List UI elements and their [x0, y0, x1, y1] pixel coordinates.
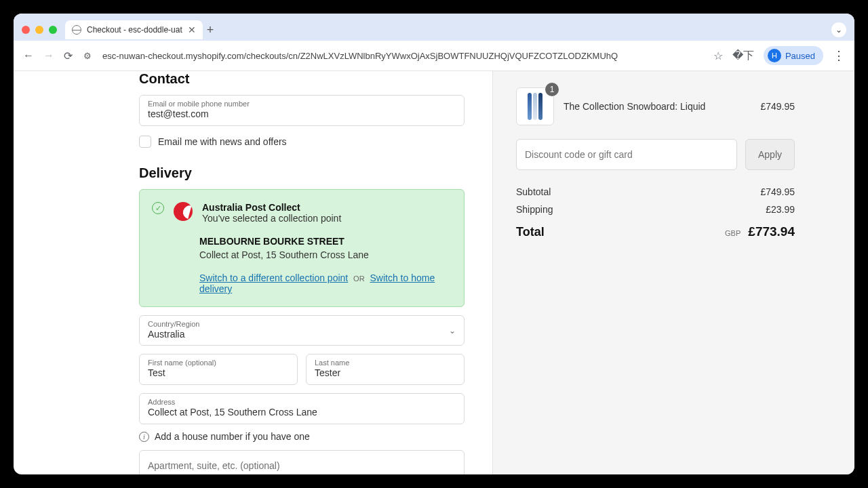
quantity-badge: 1 — [545, 83, 559, 96]
avatar: H — [768, 49, 781, 62]
page-content: Contact Email or mobile phone number Ema… — [14, 71, 854, 474]
minimize-window-icon[interactable] — [35, 26, 43, 34]
collection-point-box: ✓ Australia Post Collect You've selected… — [139, 189, 465, 307]
total-label: Total — [516, 225, 545, 239]
check-icon: ✓ — [152, 202, 164, 214]
product-price: £749.95 — [760, 101, 795, 112]
delivery-heading: Delivery — [139, 165, 465, 181]
new-tab-button[interactable]: + — [207, 23, 214, 37]
reload-button[interactable]: ⟳ — [64, 49, 73, 62]
email-input[interactable] — [148, 108, 456, 119]
total-value: £773.94 — [748, 224, 795, 239]
hint-text: Add a house number if you have one — [155, 431, 310, 442]
url-text: esc-nuwan-checkout.myshopify.com/checkou… — [102, 51, 618, 61]
apartment-field[interactable]: Apartment, suite, etc. (optional) — [139, 450, 465, 474]
site-settings-icon[interactable]: ⚙ — [82, 50, 93, 61]
address-input[interactable] — [148, 407, 456, 418]
apply-button[interactable]: Apply — [745, 139, 795, 170]
browser-tab[interactable]: Checkout - esc-doddle-uat ✕ — [65, 20, 203, 39]
location-name: MELBOURNE BOURKE STREET — [199, 236, 452, 247]
url-bar[interactable]: esc-nuwan-checkout.myshopify.com/checkou… — [102, 51, 704, 61]
tab-bar: Checkout - esc-doddle-uat ✕ + ⌄ — [14, 14, 854, 41]
switch-collection-link[interactable]: Switch to a different collection point — [199, 272, 348, 283]
close-tab-icon[interactable]: ✕ — [188, 24, 196, 35]
total-currency: GBP — [725, 229, 741, 237]
checkout-form: Contact Email or mobile phone number Ema… — [14, 71, 492, 474]
newsletter-label: Email me with news and offers — [158, 136, 287, 147]
email-field[interactable]: Email or mobile phone number — [139, 95, 465, 126]
shipping-label: Shipping — [516, 204, 553, 215]
cart-item: 1 The Collection Snowboard: Liquid £749.… — [516, 87, 795, 125]
discount-input[interactable] — [516, 139, 737, 170]
subtotal-label: Subtotal — [516, 186, 551, 197]
or-text: OR — [353, 274, 365, 283]
newsletter-row[interactable]: Email me with news and offers — [139, 136, 465, 148]
address-label: Address — [148, 398, 456, 406]
provider-name: Australia Post Collect — [202, 202, 452, 213]
subtotal-value: £749.95 — [760, 186, 795, 197]
australia-post-icon — [174, 202, 193, 221]
address-field[interactable]: Address — [139, 393, 465, 424]
profile-badge[interactable]: H Paused — [764, 46, 823, 65]
lastname-input[interactable] — [315, 367, 456, 378]
close-window-icon[interactable] — [22, 26, 30, 34]
product-thumbnail: 1 — [516, 87, 554, 125]
order-summary: 1 The Collection Snowboard: Liquid £749.… — [492, 71, 854, 474]
contact-heading: Contact — [139, 71, 465, 87]
globe-icon — [72, 25, 81, 35]
lastname-field[interactable]: Last name — [306, 354, 465, 385]
forward-button: → — [43, 49, 54, 62]
firstname-label: First name (optional) — [148, 359, 289, 367]
shipping-value: £23.99 — [766, 204, 795, 215]
window-controls — [22, 26, 57, 34]
country-label: Country/Region — [148, 320, 456, 328]
lastname-label: Last name — [315, 359, 456, 367]
bookmark-icon[interactable]: ☆ — [713, 49, 723, 62]
provider-sub: You've selected a collection point — [202, 213, 452, 224]
info-icon: i — [139, 432, 149, 442]
paused-label: Paused — [785, 51, 815, 61]
email-label: Email or mobile phone number — [148, 100, 456, 108]
maximize-window-icon[interactable] — [49, 26, 57, 34]
apartment-placeholder: Apartment, suite, etc. (optional) — [148, 460, 280, 471]
location-address: Collect at Post, 15 Southern Cross Lane — [199, 249, 452, 260]
country-value: Australia — [148, 329, 456, 340]
firstname-input[interactable] — [148, 367, 289, 378]
menu-icon[interactable]: ⋮ — [833, 48, 845, 63]
chevron-down-icon: ⌄ — [449, 326, 456, 336]
address-hint: i Add a house number if you have one — [139, 431, 465, 442]
firstname-field[interactable]: First name (optional) — [139, 354, 298, 385]
tab-search-button[interactable]: ⌄ — [831, 22, 846, 37]
toolbar: ← → ⟳ ⚙ esc-nuwan-checkout.myshopify.com… — [14, 41, 854, 71]
product-name: The Collection Snowboard: Liquid — [564, 101, 751, 112]
back-button[interactable]: ← — [23, 49, 34, 62]
tab-title: Checkout - esc-doddle-uat — [87, 25, 182, 35]
browser-window: Checkout - esc-doddle-uat ✕ + ⌄ ← → ⟳ ⚙ … — [14, 14, 854, 474]
newsletter-checkbox[interactable] — [139, 136, 151, 148]
country-field[interactable]: Country/Region Australia ⌄ — [139, 315, 465, 346]
download-icon[interactable]: �下 — [732, 49, 754, 63]
